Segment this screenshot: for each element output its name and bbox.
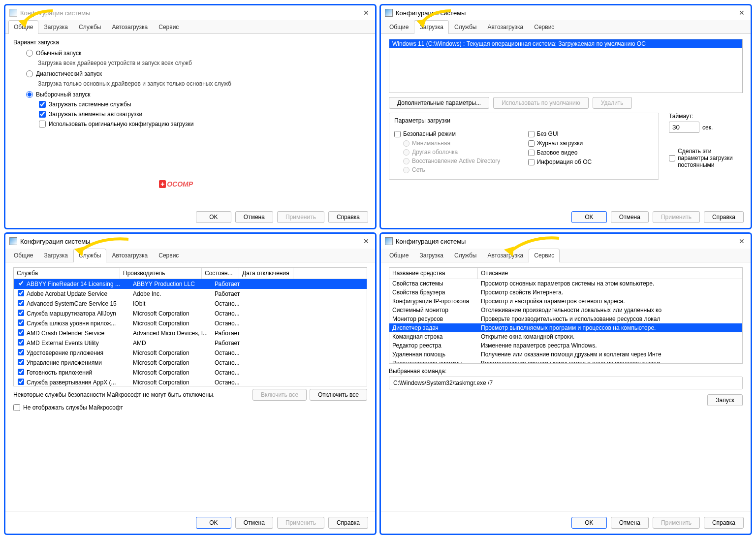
- check-startup-items[interactable]: Загружать элементы автозагрузки: [39, 111, 367, 118]
- table-row[interactable]: Удостоверение приложения Microsoft Corpo…: [14, 348, 367, 358]
- tab-services[interactable]: Службы: [449, 20, 482, 33]
- tab-services[interactable]: Службы: [73, 249, 106, 262]
- services-table[interactable]: Служба Производитель Состоян... Дата отк…: [13, 267, 367, 386]
- tab-tools[interactable]: Сервис: [153, 20, 184, 33]
- tool-row[interactable]: Конфигурация IP-протоколаПросмотр и наст…: [389, 297, 743, 306]
- row-checkbox[interactable]: [18, 369, 24, 375]
- tab-services[interactable]: Службы: [73, 20, 106, 33]
- cancel-button[interactable]: Отмена: [235, 211, 273, 223]
- table-row[interactable]: Служба шлюза уровня прилож... Microsoft …: [14, 318, 367, 328]
- check-system-services[interactable]: Загружать системные службы: [39, 101, 367, 108]
- tab-general[interactable]: Общие: [8, 20, 38, 34]
- radio-selective[interactable]: Выборочный запуск: [26, 91, 367, 98]
- row-checkbox[interactable]: [18, 310, 24, 316]
- tool-row[interactable]: Системный мониторОтслеживание производит…: [389, 306, 743, 315]
- row-checkbox[interactable]: [18, 329, 24, 336]
- cancel-button[interactable]: Отмена: [611, 211, 649, 223]
- advanced-button[interactable]: Дополнительные параметры...: [389, 97, 489, 109]
- os-entry[interactable]: Windows 11 (C:\Windows) : Текущая операц…: [389, 39, 742, 48]
- apply-button[interactable]: Применить: [653, 211, 700, 223]
- tool-row[interactable]: Монитор ресурсовПроверьте производительн…: [389, 315, 743, 323]
- tab-tools[interactable]: Сервис: [529, 249, 560, 262]
- tool-row[interactable]: Удаленная помощьПолучение или оказание п…: [389, 350, 743, 359]
- tab-general[interactable]: Общие: [384, 249, 414, 262]
- tool-row[interactable]: Диспетчер задачПросмотр выполняемых прог…: [389, 323, 743, 332]
- check-hide-ms[interactable]: Не отображать службы Майкрософт: [13, 404, 367, 411]
- apply-button[interactable]: Применить: [277, 517, 324, 529]
- tools-table[interactable]: Название средства Описание Свойства сист…: [389, 267, 743, 364]
- row-checkbox[interactable]: [18, 339, 24, 346]
- cancel-button[interactable]: Отмена: [235, 517, 273, 529]
- table-row[interactable]: Adobe Acrobat Update Service Adobe Inc. …: [14, 289, 367, 299]
- check-basevideo[interactable]: Базовое видео: [528, 149, 654, 156]
- col-state[interactable]: Состоян...: [202, 268, 239, 279]
- row-checkbox[interactable]: [18, 359, 24, 365]
- tab-boot[interactable]: Загрузка: [38, 249, 73, 262]
- ok-button[interactable]: OK: [196, 517, 231, 529]
- table-row[interactable]: Служба маршрутизатора AllJoyn Microsoft …: [14, 309, 367, 318]
- os-listbox[interactable]: Windows 11 (C:\Windows) : Текущая операц…: [389, 39, 743, 93]
- table-row[interactable]: Готовность приложений Microsoft Corporat…: [14, 368, 367, 378]
- tool-row[interactable]: Командная строкаОткрытие окна командной …: [389, 332, 743, 341]
- tab-boot[interactable]: Загрузка: [414, 20, 449, 34]
- close-icon[interactable]: ✕: [737, 9, 747, 17]
- table-row[interactable]: Служба развертывания AppX (... Microsoft…: [14, 378, 367, 386]
- tab-startup[interactable]: Автозагрузка: [106, 249, 153, 262]
- row-checkbox[interactable]: [18, 300, 24, 306]
- col-mfr[interactable]: Производитель: [120, 268, 202, 279]
- row-checkbox[interactable]: [18, 280, 24, 286]
- row-checkbox[interactable]: [18, 379, 24, 385]
- apply-button[interactable]: Применить: [653, 517, 700, 529]
- col-date[interactable]: Дата отключения: [239, 268, 293, 279]
- row-checkbox[interactable]: [18, 319, 24, 326]
- table-row[interactable]: AMD Crash Defender Service Advanced Micr…: [14, 328, 367, 338]
- radio-diagnostic[interactable]: Диагностический запуск: [26, 70, 367, 77]
- tab-services[interactable]: Службы: [449, 249, 482, 262]
- col-name[interactable]: Название средства: [389, 268, 478, 279]
- help-button[interactable]: Справка: [328, 517, 368, 529]
- tab-boot[interactable]: Загрузка: [414, 249, 449, 262]
- radio-normal[interactable]: Обычный запуск: [26, 50, 367, 57]
- tab-general[interactable]: Общие: [8, 249, 38, 262]
- enable-all-button[interactable]: Включить все: [252, 389, 307, 401]
- check-original-boot[interactable]: Использовать оригинальную конфигурацию з…: [39, 121, 367, 127]
- help-button[interactable]: Справка: [704, 517, 744, 529]
- tab-tools[interactable]: Сервис: [153, 249, 184, 262]
- check-osinfo[interactable]: Информация об ОС: [528, 159, 654, 165]
- table-row[interactable]: Управление приложениями Microsoft Corpor…: [14, 358, 367, 368]
- col-desc[interactable]: Описание: [478, 268, 742, 279]
- table-row[interactable]: AMD External Events Utility AMD Работает: [14, 338, 367, 348]
- col-service[interactable]: Служба: [14, 268, 120, 279]
- tab-tools[interactable]: Сервис: [529, 20, 560, 33]
- tab-boot[interactable]: Загрузка: [38, 20, 73, 33]
- ok-button[interactable]: OK: [571, 517, 607, 529]
- ok-button[interactable]: OK: [571, 211, 607, 223]
- cancel-button[interactable]: Отмена: [611, 517, 649, 529]
- titlebar[interactable]: Конфигурация системы ✕: [5, 234, 375, 249]
- row-checkbox[interactable]: [18, 349, 24, 355]
- row-checkbox[interactable]: [18, 290, 24, 296]
- close-icon[interactable]: ✕: [361, 9, 371, 17]
- titlebar[interactable]: Конфигурация системы ✕: [5, 5, 375, 20]
- tab-startup[interactable]: Автозагрузка: [482, 20, 529, 33]
- delete-button[interactable]: Удалить: [593, 97, 632, 109]
- titlebar[interactable]: Конфигурация системы ✕: [381, 234, 751, 249]
- help-button[interactable]: Справка: [328, 211, 368, 223]
- table-row[interactable]: Advanced SystemCare Service 15 IObit Ост…: [14, 299, 367, 309]
- disable-all-button[interactable]: Отключить все: [310, 389, 367, 401]
- check-bootlog[interactable]: Журнал загрузки: [528, 140, 654, 147]
- tab-startup[interactable]: Автозагрузка: [106, 20, 153, 33]
- titlebar[interactable]: Конфигурация системы ✕: [381, 5, 751, 20]
- tool-row[interactable]: Редактор реестраИзменение параметров рее…: [389, 341, 743, 350]
- tool-row[interactable]: Восстановление системыВосстановление сис…: [389, 359, 743, 364]
- check-safe-mode[interactable]: Безопасный режим: [394, 130, 520, 137]
- tab-general[interactable]: Общие: [384, 20, 414, 33]
- check-permanent[interactable]: Сделать эти параметры загрузки постоянны…: [669, 148, 743, 168]
- apply-button[interactable]: Применить: [277, 211, 324, 223]
- ok-button[interactable]: OK: [196, 211, 231, 223]
- close-icon[interactable]: ✕: [737, 237, 747, 245]
- table-row[interactable]: ABBYY FineReader 14 Licensing ... ABBYY …: [14, 279, 367, 289]
- tab-startup[interactable]: Автозагрузка: [482, 249, 529, 262]
- check-nogui[interactable]: Без GUI: [528, 130, 654, 137]
- default-button[interactable]: Использовать по умолчанию: [493, 97, 589, 109]
